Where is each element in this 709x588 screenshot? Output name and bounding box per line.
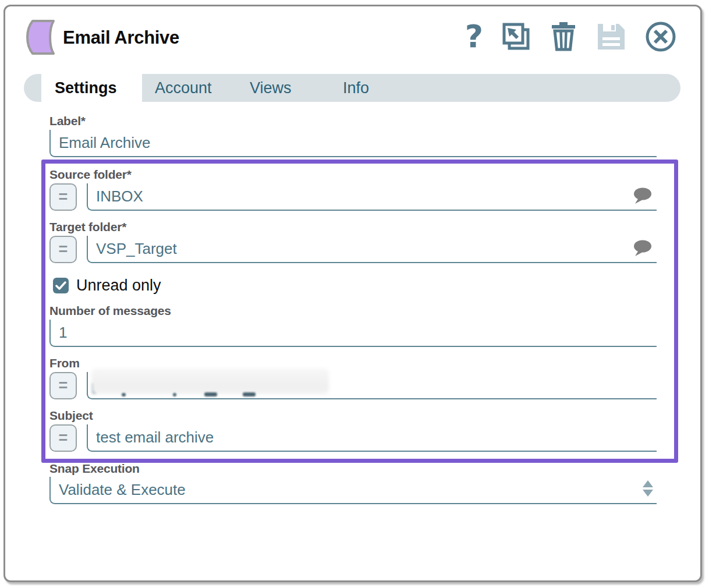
- export-icon[interactable]: [502, 22, 531, 51]
- header-action-bar: ?: [465, 20, 676, 53]
- save-icon[interactable]: [596, 22, 626, 51]
- snap-shape-icon: [24, 19, 59, 58]
- tab-views[interactable]: Views: [250, 74, 292, 102]
- subject-row: = test email archive: [49, 424, 657, 452]
- label-input[interactable]: Email Archive: [49, 130, 657, 157]
- from-input[interactable]: [87, 372, 657, 399]
- from-redacted-mark: [173, 393, 176, 396]
- trash-icon[interactable]: [550, 22, 577, 51]
- source-folder-row: = INBOX: [49, 183, 657, 211]
- comment-bubble-icon[interactable]: [632, 240, 652, 260]
- dialog-title: Email Archive: [63, 27, 179, 48]
- arrow-up-icon: [643, 480, 653, 487]
- from-redacted-mark: [243, 392, 256, 396]
- from-redacted-mark: [204, 392, 217, 396]
- source-folder-input[interactable]: INBOX: [87, 183, 657, 211]
- snap-execution-label: Snap Execution: [49, 462, 140, 476]
- subject-label: Subject: [49, 409, 93, 423]
- subject-value: test email archive: [96, 428, 214, 447]
- target-folder-input[interactable]: VSP_Target: [87, 236, 657, 263]
- label-field-row: Email Archive: [49, 130, 657, 157]
- source-folder-value: INBOX: [96, 187, 143, 206]
- tab-bar: Settings Account Views Info: [24, 74, 680, 102]
- help-icon[interactable]: ?: [465, 21, 483, 52]
- target-folder-expression-toggle[interactable]: =: [49, 236, 77, 263]
- checkbox-checked-icon[interactable]: [53, 278, 69, 293]
- tab-settings[interactable]: Settings: [55, 74, 117, 102]
- tab-account[interactable]: Account: [155, 74, 212, 102]
- subject-input[interactable]: test email archive: [87, 424, 657, 452]
- snap-execution-row: Validate & Execute: [49, 477, 657, 504]
- number-of-messages-label: Number of messages: [49, 304, 171, 318]
- number-of-messages-input[interactable]: 1: [49, 320, 657, 347]
- from-row: =: [49, 372, 657, 399]
- number-of-messages-value: 1: [59, 324, 67, 342]
- target-folder-row: = VSP_Target: [49, 236, 657, 263]
- select-arrows-icon[interactable]: [643, 480, 653, 497]
- label-input-value: Email Archive: [59, 134, 151, 152]
- subject-expression-toggle[interactable]: =: [49, 424, 77, 452]
- snap-settings-dialog: Email Archive ?: [3, 5, 702, 582]
- from-expression-toggle[interactable]: =: [49, 372, 77, 399]
- from-redacted-mark: [122, 393, 126, 396]
- comment-bubble-icon[interactable]: [632, 187, 652, 207]
- snap-execution-select[interactable]: Validate & Execute: [49, 477, 657, 504]
- number-of-messages-row: 1: [49, 320, 657, 347]
- arrow-down-icon: [643, 490, 653, 497]
- tab-info[interactable]: Info: [343, 74, 369, 102]
- close-icon[interactable]: [645, 21, 676, 52]
- snap-execution-value: Validate & Execute: [59, 481, 186, 499]
- source-folder-label: Source folder*: [49, 168, 132, 182]
- target-folder-value: VSP_Target: [96, 240, 177, 258]
- from-label: From: [49, 356, 80, 370]
- label-field-label: Label*: [49, 114, 86, 128]
- unread-only-checkbox-row[interactable]: Unread only: [53, 277, 161, 295]
- from-redacted-value: [91, 369, 329, 394]
- source-folder-expression-toggle[interactable]: =: [49, 183, 77, 211]
- target-folder-label: Target folder*: [49, 220, 126, 234]
- unread-only-label: Unread only: [76, 277, 161, 295]
